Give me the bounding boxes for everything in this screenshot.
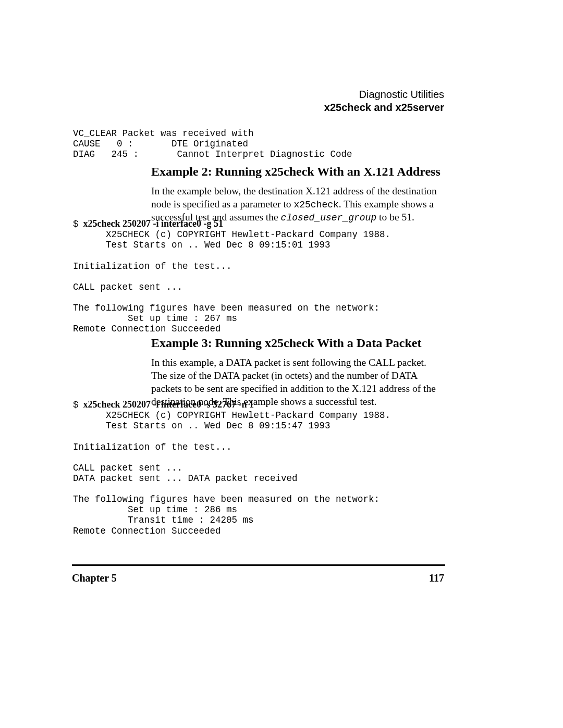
prompt-dollar: $: [73, 400, 79, 410]
page: Diagnostic Utilities x25check and x25ser…: [0, 0, 563, 728]
output-example-3: X25CHECK (c) COPYRIGHT Hewlett-Packard C…: [73, 410, 390, 536]
command-example-2: x25check 250207 -i interface0 -g 51: [79, 218, 223, 229]
heading-example-3: Example 3: Running x25check With a Data …: [151, 336, 421, 350]
command-example-3: x25check 250207 -i interface0 -s 32767 -…: [79, 399, 254, 410]
output-example-2: X25CHECK (c) COPYRIGHT Hewlett-Packard C…: [73, 229, 390, 334]
prompt-dollar: $: [73, 219, 79, 229]
footer-chapter: Chapter 5: [72, 572, 117, 584]
running-header: Diagnostic Utilities x25check and x25ser…: [324, 89, 444, 114]
code-block-example-3: $ x25check 250207 -i interface0 -s 32767…: [73, 399, 390, 536]
code-output-vcclear: VC_CLEAR Packet was received with CAUSE …: [73, 128, 352, 159]
footer-rule: [72, 564, 445, 566]
footer-page-number: 117: [429, 572, 444, 584]
heading-example-2: Example 2: Running x25check With an X.12…: [151, 165, 440, 179]
code-block-example-2: $ x25check 250207 -i interface0 -g 51 X2…: [73, 218, 390, 334]
header-section-title: x25check and x25server: [324, 102, 444, 114]
para2-inline-code: x25check: [293, 200, 338, 210]
header-chapter-title: Diagnostic Utilities: [324, 89, 444, 101]
